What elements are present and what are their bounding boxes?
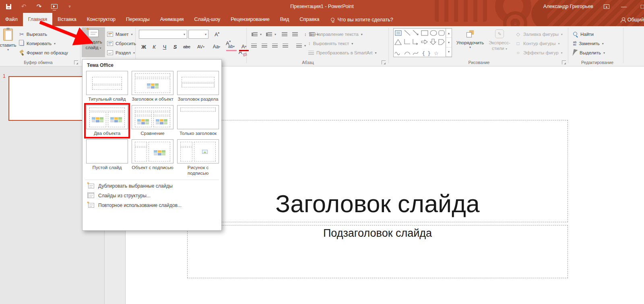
justify-icon — [283, 43, 288, 48]
text-highlight-button[interactable]: ab▾ — [226, 42, 237, 51]
tab-file[interactable]: Файл — [0, 13, 23, 26]
align-center-button[interactable] — [262, 41, 267, 50]
layout-section-header[interactable]: Заголовок раздела — [177, 71, 219, 102]
layout-two-objects[interactable]: Два объекта — [86, 105, 128, 136]
shapes-more-button[interactable]: ▼ — [446, 48, 452, 57]
justify-button[interactable] — [283, 41, 288, 50]
layout-blank[interactable]: Пустой слайд — [86, 139, 128, 176]
shapes-scroll-up[interactable]: ▲ — [446, 29, 452, 38]
quick-styles-button[interactable]: ✎ Экспресс- стили ▾ — [486, 28, 513, 52]
paste-button[interactable]: ставить ▾ — [0, 29, 19, 52]
drawing-dialog-launcher[interactable] — [562, 60, 566, 64]
find-button[interactable]: Найти — [573, 30, 594, 38]
text-shadow-button[interactable]: S — [171, 42, 180, 51]
layout-picture-with-caption[interactable]: Рисунок с подписью — [177, 139, 219, 176]
shapes-gallery[interactable]: {}☆ ▲ ▼ ▼ — [393, 28, 452, 57]
bold-button[interactable]: Ж — [139, 42, 148, 51]
underline-button[interactable]: Ч — [160, 42, 169, 51]
character-spacing-button[interactable]: AV▾ — [194, 42, 208, 51]
minimize-button[interactable]: — — [620, 3, 628, 10]
ribbon-display-options-button[interactable]: ▴ — [604, 4, 609, 9]
font-color-button[interactable]: А▾ — [239, 42, 249, 51]
shapes-scrollbar[interactable]: ▲ ▼ ▼ — [446, 29, 452, 57]
cut-button[interactable]: ✂ Вырезать — [19, 30, 47, 38]
format-painter-button[interactable]: Формат по образцу — [19, 49, 68, 57]
tab-help[interactable]: Справка — [294, 13, 324, 26]
decrease-indent-button[interactable] — [282, 30, 287, 38]
font-name-combobox[interactable]: ▾ — [139, 30, 187, 39]
shape-outline-button[interactable]: □ Контур фигуры▾ — [515, 39, 559, 48]
paragraph-group-label: Абзац — [282, 60, 334, 65]
change-case-button[interactable]: Aa▾ — [210, 42, 223, 51]
layout-title-only[interactable]: Только заголовок — [177, 105, 219, 136]
shapes-scroll-down[interactable]: ▼ — [446, 38, 452, 47]
reset-button[interactable]: Сбросить — [107, 39, 136, 48]
maximize-button[interactable]: □ — [638, 3, 644, 10]
tab-insert[interactable]: Вставка — [52, 13, 81, 26]
powerpoint-window: ↶ ↷ ▿ Презентация1 - PowerPoint Александ… — [0, 0, 644, 304]
shape-fill-button[interactable]: ◇ Заливка фигуры▾ — [515, 30, 563, 38]
tab-animations[interactable]: Анимация — [155, 13, 189, 26]
tab-slideshow[interactable]: Слайд-шоу — [189, 13, 225, 26]
titlebar-region: ↶ ↷ ▿ Презентация1 - PowerPoint Александ… — [0, 0, 644, 26]
shape-effects-button[interactable]: ○ Эффекты фигур▾ — [515, 49, 563, 57]
align-right-button[interactable] — [272, 41, 278, 50]
duplicate-selected-slides[interactable]: Дублировать выбранные слайды — [85, 181, 219, 191]
layout-title-slide[interactable]: Титульный слайд — [86, 71, 128, 102]
drawing-group-label: Рисование — [451, 60, 507, 65]
tab-review[interactable]: Рецензирование — [225, 13, 275, 26]
convert-smartart-button[interactable]: Преобразовать в SmartArt▾ — [308, 49, 377, 57]
scissors-icon: ✂ — [19, 31, 24, 37]
copy-button[interactable]: Копировать ▾ — [19, 39, 56, 48]
strikethrough-button[interactable]: abc — [181, 42, 192, 51]
tab-design[interactable]: Конструктор — [82, 13, 121, 26]
align-text-button[interactable]: ↕ Выровнять текст▾ — [308, 39, 353, 48]
paragraph-dialog-launcher[interactable] — [382, 60, 386, 64]
select-button[interactable]: Выделить▾ — [573, 49, 605, 57]
title-placeholder[interactable]: Заголовок слайда — [187, 120, 568, 222]
text-direction-icon: ⇅ — [308, 31, 312, 37]
tab-view[interactable]: Вид — [275, 13, 295, 26]
subtitle-placeholder[interactable]: Подзаголовок слайда — [187, 225, 568, 278]
numbering-icon — [268, 32, 272, 37]
share-button[interactable]: Общий — [621, 13, 644, 26]
share-person-icon — [621, 17, 625, 22]
tab-home[interactable]: Главная — [23, 13, 53, 26]
reuse-slides[interactable]: Повторное использование слайдов... — [85, 201, 219, 210]
section-button[interactable]: Раздел▾ — [107, 49, 135, 57]
tell-me-box[interactable]: Что вы хотите сделать? — [331, 13, 393, 26]
editing-group-label: Редактирование — [573, 60, 621, 65]
replace-button[interactable]: abac Заменить▾ — [573, 39, 604, 48]
layout-button[interactable]: Макет▾ — [107, 30, 133, 38]
font-size-combobox[interactable]: ▾ — [188, 30, 208, 39]
tab-transitions[interactable]: Переходы — [121, 13, 155, 26]
numbering-button[interactable]: ▾ — [266, 30, 276, 38]
layout-comparison[interactable]: Сравнение — [132, 105, 173, 136]
text-direction-button[interactable]: ⇅ Направление текста▾ — [308, 30, 363, 38]
svg-text:{: { — [422, 50, 425, 56]
grow-font-button[interactable]: А▴ — [213, 30, 221, 39]
titlebar: ↶ ↷ ▿ Презентация1 - PowerPoint Александ… — [0, 0, 644, 13]
slides-from-outline-icon — [88, 193, 94, 198]
line-spacing-icon: ↕ — [304, 32, 307, 37]
decrease-indent-icon — [282, 32, 287, 37]
shape-effects-icon: ○ — [515, 50, 521, 56]
arrange-icon — [466, 30, 474, 37]
smartart-icon — [308, 51, 314, 55]
slide-title-text: Заголовок слайда — [275, 192, 479, 222]
arrange-button[interactable]: Упорядочить ▾ — [454, 28, 486, 49]
shape-outline-icon: □ — [515, 41, 521, 46]
align-left-button[interactable] — [251, 41, 257, 50]
align-left-icon — [251, 43, 257, 48]
increase-indent-button[interactable] — [292, 30, 298, 38]
clipboard-dialog-launcher[interactable] — [74, 60, 78, 64]
new-slide-button[interactable]: Создать слайд ▾ — [82, 27, 105, 57]
shapes-icons: {}☆ — [394, 29, 445, 57]
slides-from-outline[interactable]: Слайды из структуры... — [85, 191, 219, 201]
layout-object-with-caption[interactable]: Объект с подписью — [132, 139, 173, 176]
svg-text:}: } — [427, 50, 431, 56]
layout-title-and-object[interactable]: Заголовок и объект — [132, 71, 173, 102]
columns-button[interactable]: ▾ — [296, 41, 306, 50]
bullets-button[interactable]: ▾ — [251, 30, 262, 38]
italic-button[interactable]: К — [150, 42, 159, 51]
